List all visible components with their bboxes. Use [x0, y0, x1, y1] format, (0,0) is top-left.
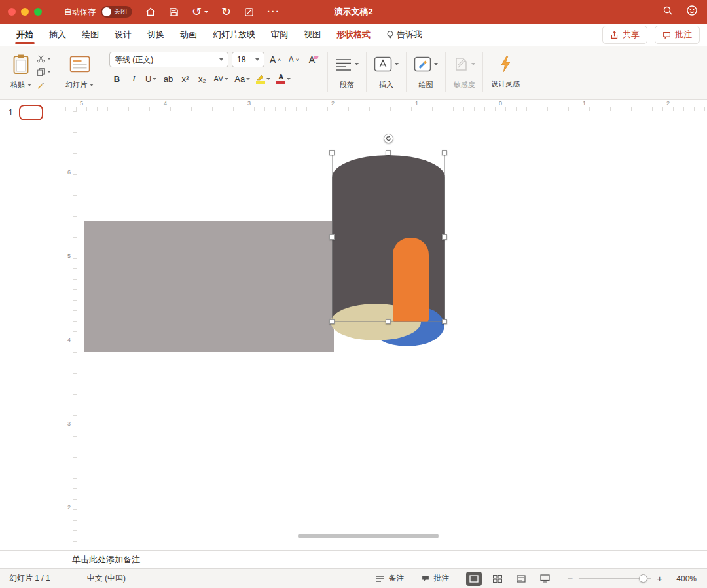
design-ideas-button[interactable]	[499, 50, 512, 78]
center-guide-line[interactable]	[501, 111, 501, 550]
zoom-slider[interactable]	[579, 578, 651, 579]
paragraph-group: 段落	[329, 46, 365, 99]
orange-rounded-rectangle-shape[interactable]	[393, 238, 429, 322]
autosave-state: 关闭	[114, 7, 127, 16]
slide-sorter-view-button[interactable]	[490, 572, 505, 586]
zoom-in-button[interactable]: +	[657, 573, 662, 584]
draw-button[interactable]	[414, 50, 438, 78]
new-slide-button[interactable]	[69, 50, 90, 78]
comment-icon	[662, 31, 671, 39]
chevron-down-icon	[471, 63, 475, 65]
paragraph-button[interactable]	[335, 50, 359, 78]
format-painter-button[interactable]	[37, 79, 51, 91]
comments-toggle-button[interactable]: 批注	[421, 573, 449, 584]
underline-button[interactable]: U	[143, 72, 158, 85]
toggle-knob	[102, 7, 111, 16]
share-label: 共享	[623, 29, 640, 41]
ruler-number: 5	[80, 100, 83, 107]
resize-handle-top-right[interactable]	[442, 150, 447, 155]
search-button[interactable]	[662, 5, 673, 18]
pencil-icon	[414, 56, 431, 72]
grow-font-button[interactable]: A˄	[268, 53, 283, 66]
gray-rectangle-shape[interactable]	[84, 221, 334, 352]
bold-button[interactable]: B	[109, 72, 124, 85]
resize-handle-bottom-left[interactable]	[329, 319, 335, 324]
strikethrough-button[interactable]: ab	[160, 72, 175, 85]
zoom-out-button[interactable]: −	[567, 573, 573, 584]
tab-design[interactable]: 设计	[115, 24, 132, 46]
clear-formatting-button[interactable]: A	[304, 53, 319, 66]
char-spacing-label: AV	[213, 75, 223, 83]
resize-handle-middle-left[interactable]	[329, 234, 335, 240]
notes-pane[interactable]: 单击此处添加备注	[0, 550, 707, 568]
font-size-combobox[interactable]: 18	[232, 52, 264, 67]
tab-label: 开始	[16, 29, 33, 41]
design-ideas-label: 设计灵感	[490, 80, 520, 89]
resize-handle-bottom-right[interactable]	[442, 319, 447, 324]
italic-label: I	[132, 73, 135, 84]
ruler-number: 4	[67, 337, 71, 343]
tab-review[interactable]: 审阅	[271, 24, 288, 46]
language-indicator[interactable]: 中文 (中国)	[87, 573, 126, 584]
tab-insert[interactable]: 插入	[49, 24, 66, 46]
group-divider	[327, 52, 328, 92]
copy-button[interactable]	[37, 66, 51, 78]
tab-tell-me[interactable]: 告诉我	[386, 24, 422, 46]
italic-button[interactable]: I	[126, 72, 141, 85]
resize-handle-bottom-center[interactable]	[386, 319, 391, 324]
resize-handle-top-left[interactable]	[329, 150, 335, 155]
ruler-number: 6	[67, 169, 71, 175]
slide-canvas[interactable]	[77, 111, 707, 550]
character-spacing-button[interactable]: AV	[211, 72, 230, 85]
autosave-toggle[interactable]: 关闭	[101, 6, 132, 18]
subscript-button[interactable]: x₂	[194, 72, 209, 85]
tab-animations[interactable]: 动画	[180, 24, 197, 46]
paste-button[interactable]: 粘贴	[10, 50, 31, 96]
sensitivity-icon	[453, 56, 469, 72]
home-button[interactable]	[145, 7, 156, 17]
save-button[interactable]	[169, 7, 179, 17]
change-case-button[interactable]: Aa	[232, 72, 252, 85]
font-name-value: 等线 (正文)	[115, 54, 219, 65]
tab-home[interactable]: 开始	[16, 24, 33, 46]
slide-thumbnail[interactable]	[19, 105, 43, 120]
tab-draw[interactable]: 绘图	[82, 24, 99, 46]
font-group: 等线 (正文) 18 A˄ A˅ A B I U ab x² x₂ AV Aa	[103, 46, 326, 99]
notes-toggle-label: 备注	[388, 573, 404, 584]
normal-view-button[interactable]	[466, 572, 482, 586]
maximize-window-button[interactable]	[34, 8, 42, 16]
shrink-font-button[interactable]: A˅	[286, 53, 301, 66]
share-button[interactable]: 共享	[602, 26, 647, 44]
insert-label: 插入	[379, 80, 393, 90]
sensitivity-button	[453, 50, 475, 78]
cut-button[interactable]	[37, 52, 51, 64]
insert-textbox-button[interactable]	[374, 50, 399, 78]
highlight-color-button[interactable]	[254, 72, 272, 85]
notes-toggle-button[interactable]: 备注	[376, 573, 404, 584]
horizontal-scrollbar[interactable]	[298, 534, 439, 538]
slideshow-view-button[interactable]	[537, 572, 553, 586]
close-window-button[interactable]	[8, 8, 16, 16]
chevron-down-icon	[287, 78, 291, 80]
main-area: 1 5 4 3 2 1 0 1 2 6 5 4 3 2	[0, 100, 707, 550]
notes-page-view-button[interactable]	[513, 572, 529, 586]
font-name-combobox[interactable]: 等线 (正文)	[109, 52, 228, 67]
zoom-slider-knob[interactable]	[639, 574, 647, 583]
minimize-window-button[interactable]	[21, 8, 29, 16]
sensitivity-label: 敏感度	[454, 80, 475, 90]
tab-shape-format[interactable]: 形状格式	[336, 24, 371, 46]
rotation-handle[interactable]	[384, 134, 393, 143]
tab-transitions[interactable]: 切换	[147, 24, 164, 46]
comments-button[interactable]: 批注	[655, 26, 700, 44]
home-icon	[145, 7, 156, 17]
font-color-button[interactable]: A	[274, 72, 293, 85]
feedback-button[interactable]	[686, 5, 698, 19]
resize-handle-middle-right[interactable]	[442, 234, 447, 240]
tab-view[interactable]: 视图	[304, 24, 321, 46]
chevron-down-icon	[47, 71, 51, 73]
resize-handle-top-center[interactable]	[386, 150, 391, 155]
tab-slideshow[interactable]: 幻灯片放映	[213, 24, 255, 46]
zoom-level[interactable]: 400%	[672, 574, 697, 583]
superscript-button[interactable]: x²	[177, 72, 192, 85]
paragraph-icon	[335, 57, 352, 71]
